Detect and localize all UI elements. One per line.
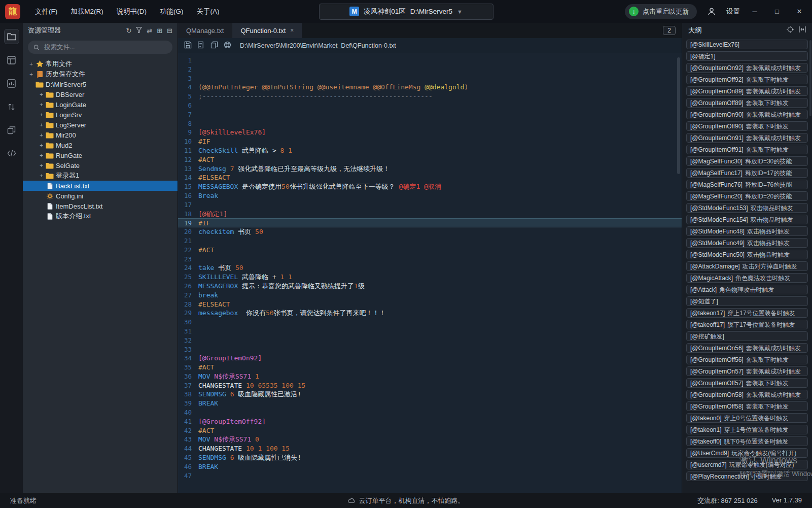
clone-icon[interactable] bbox=[4, 122, 19, 138]
locate-icon[interactable] bbox=[787, 26, 794, 35]
menu-item-0[interactable]: 文件(F) bbox=[29, 5, 63, 19]
outline-item[interactable]: [@GroupItemOn58]套装佩戴成功时触发 bbox=[686, 390, 808, 399]
tree-item[interactable]: Config.ini bbox=[23, 191, 178, 201]
outline-item[interactable]: [@StdModeFunc49]双击物品时触发 bbox=[686, 238, 808, 248]
outline-item[interactable]: [@StdModeFunc153]双击物品时触发 bbox=[686, 203, 808, 213]
maximize-button[interactable]: □ bbox=[769, 4, 785, 19]
tree-item[interactable]: +LoginSrv bbox=[23, 110, 178, 120]
outline-item[interactable]: [@StdModeFunc50]双击物品时触发 bbox=[686, 250, 808, 259]
restart-update-button[interactable]: ↓ 点击重启以更新 bbox=[625, 4, 697, 19]
code-line[interactable]: 24take 书页 50 bbox=[178, 263, 682, 273]
expander-icon[interactable]: + bbox=[38, 152, 45, 159]
filter-icon[interactable] bbox=[136, 27, 142, 35]
code-line[interactable]: 26MESSAGEBOX 提示：恭喜您的武兽降临又熟练提升了1级 bbox=[178, 282, 682, 291]
outline-item[interactable]: [@StdModeFunc48]双击物品时触发 bbox=[686, 226, 808, 236]
code-line[interactable]: 39BREAK bbox=[178, 399, 682, 408]
code-line[interactable]: 36MOV N$传承SS71 1 bbox=[178, 372, 682, 381]
outline-item[interactable]: [@GroupItemOn57]套装佩戴成功时触发 bbox=[686, 366, 808, 376]
code-line[interactable]: 17 bbox=[178, 200, 682, 210]
code-line[interactable]: 5;--------------------------------------… bbox=[178, 92, 682, 101]
tree-item[interactable]: +RunGate bbox=[23, 150, 178, 160]
code-line[interactable]: 29messagebox 你没有50张书页，请您达到条件了再来吧！！！ bbox=[178, 309, 682, 318]
outline-item[interactable]: [@挖矿触发] bbox=[686, 331, 808, 341]
outline-item[interactable]: [@takeon17]穿上17号位置装备时触发 bbox=[686, 308, 808, 318]
expand-all-icon[interactable]: ⊞ bbox=[157, 27, 162, 35]
copy-icon[interactable] bbox=[210, 41, 218, 51]
fit-width-icon[interactable] bbox=[799, 26, 806, 35]
tree-item[interactable]: +SelGate bbox=[23, 160, 178, 171]
code-line[interactable]: 30 bbox=[178, 318, 682, 327]
save-icon[interactable] bbox=[184, 41, 192, 51]
code-line[interactable]: 27break bbox=[178, 291, 682, 300]
code-line[interactable]: 13Sendmsg 7 强化武兽降临已升至最高等级九级，无法继续升级！ bbox=[178, 164, 682, 174]
outline-item[interactable]: [@StdModeFunc154]双击物品时触发 bbox=[686, 215, 808, 224]
expander-icon[interactable]: + bbox=[38, 142, 45, 149]
outline-item[interactable]: [@GroupItemOff89]套装取下时触发 bbox=[686, 98, 808, 108]
code-line[interactable]: 14#ELSEACT bbox=[178, 173, 682, 182]
outline-item[interactable]: [@GroupItemOn56]套装佩戴成功时触发 bbox=[686, 343, 808, 353]
outline-item[interactable]: [@知道了] bbox=[686, 296, 808, 306]
outline-item[interactable]: [@MagSelfFunc30]释放ID=30的技能 bbox=[686, 156, 808, 166]
code-line[interactable]: 38SENDMSG 6 吸血隐藏属性已激活! bbox=[178, 390, 682, 399]
code-line[interactable]: 40 bbox=[178, 408, 682, 417]
tree-item[interactable]: +Mir200 bbox=[23, 130, 178, 140]
code-line[interactable]: 46BREAK bbox=[178, 462, 682, 471]
code-line[interactable]: 35#ACT bbox=[178, 363, 682, 372]
code-editor[interactable]: 1234(@@InPutInteger @@InPutString @@usei… bbox=[178, 53, 682, 493]
outline-item[interactable]: [@确定1] bbox=[686, 51, 808, 61]
transfer-icon[interactable] bbox=[4, 99, 19, 114]
code-line[interactable]: 34[@GroupItemOn92] bbox=[178, 354, 682, 363]
chart-icon[interactable] bbox=[4, 76, 19, 91]
outline-item[interactable]: [@GroupItemOff57]套装取下时触发 bbox=[686, 378, 808, 388]
outline-item[interactable]: [@takeoff17]脱下17号位置装备时触发 bbox=[686, 320, 808, 329]
outline-item[interactable]: [@GroupItemOn90]套装佩戴成功时触发 bbox=[686, 110, 808, 119]
code-line[interactable]: 11CheckSkill 武兽降临 > 8 1 bbox=[178, 146, 682, 155]
outline-item[interactable]: [@GroupItemOn89]套装佩戴成功时触发 bbox=[686, 86, 808, 96]
tree-item[interactable]: +DBServer bbox=[23, 89, 178, 99]
expander-icon[interactable]: + bbox=[38, 101, 45, 108]
outline-item[interactable]: [@MagSelfFunc20]释放ID=20的技能 bbox=[686, 191, 808, 201]
outline-item[interactable]: [@GroupItemOff92]套装取下时触发 bbox=[686, 75, 808, 84]
code-line[interactable]: 37CHANGESTATE 10 65535 100 15 bbox=[178, 381, 682, 390]
layout-icon[interactable] bbox=[4, 52, 19, 67]
expander-icon[interactable]: + bbox=[28, 61, 34, 67]
code-line[interactable]: 9[@SkillLevelEx76] bbox=[178, 128, 682, 137]
outline-item[interactable]: [@GroupItemOn91]套装佩戴成功时触发 bbox=[686, 133, 808, 143]
code-line[interactable]: 33 bbox=[178, 345, 682, 354]
outline-item[interactable]: [@MagSelfFunc17]释放ID=17的技能 bbox=[686, 168, 808, 178]
expander-icon[interactable]: + bbox=[38, 122, 45, 128]
expander-icon[interactable]: + bbox=[38, 132, 45, 139]
code-line[interactable]: 10#IF bbox=[178, 137, 682, 146]
code-line[interactable]: 8 bbox=[178, 119, 682, 128]
outline-item[interactable]: [@MagSelfFunc76]释放ID=76的技能 bbox=[686, 180, 808, 189]
code-line[interactable]: 18[@确定1] bbox=[178, 210, 682, 219]
expander-icon[interactable]: - bbox=[28, 81, 34, 88]
tree-item[interactable]: +LogServer bbox=[23, 120, 178, 130]
code-line[interactable]: 25SKILLLEVEL 武兽降临 + 1 1 bbox=[178, 273, 682, 282]
tree-item[interactable]: +常用文件 bbox=[23, 59, 178, 69]
server-selector-dropdown[interactable]: M 凌风神剑01区 D:\MirServer5 ▼ bbox=[319, 4, 493, 20]
tree-item[interactable]: -D:\MirServer5 bbox=[23, 79, 178, 89]
code-line[interactable]: 31 bbox=[178, 327, 682, 336]
file-search-box[interactable] bbox=[28, 41, 172, 54]
code-line[interactable]: 45SENDMSG 6 吸血隐藏属性已消失! bbox=[178, 453, 682, 462]
settings-button[interactable]: 设置 bbox=[726, 7, 740, 16]
code-line[interactable]: 32 bbox=[178, 336, 682, 345]
code-line[interactable]: 6 bbox=[178, 101, 682, 110]
search-input[interactable] bbox=[43, 43, 167, 51]
code-line[interactable]: 21 bbox=[178, 236, 682, 246]
swap-icon[interactable]: ⇄ bbox=[147, 27, 152, 35]
tree-item[interactable]: BackList.txt bbox=[23, 181, 178, 191]
refresh-icon[interactable]: ↻ bbox=[126, 27, 131, 35]
tree-item[interactable]: +LoginGate bbox=[23, 99, 178, 110]
code-line[interactable]: 41[@GroupItemOff92] bbox=[178, 417, 682, 426]
outline-item[interactable]: [@Attack]角色物理攻击时触发 bbox=[686, 285, 808, 294]
outline-item[interactable]: [@takeoff0]脱下0号位置装备时触发 bbox=[686, 436, 808, 446]
code-line[interactable]: 43MOV N$传承SS71 0 bbox=[178, 435, 682, 444]
code-line[interactable]: 20checkitem 书页 50 bbox=[178, 227, 682, 236]
tab-count-badge[interactable]: 2 bbox=[663, 26, 676, 35]
expander-icon[interactable]: + bbox=[28, 71, 34, 78]
code-line[interactable]: 47 bbox=[178, 471, 682, 481]
outline-scrollbar[interactable] bbox=[809, 40, 811, 116]
code-line[interactable]: 44CHANGESTATE 10 1 100 15 bbox=[178, 444, 682, 453]
